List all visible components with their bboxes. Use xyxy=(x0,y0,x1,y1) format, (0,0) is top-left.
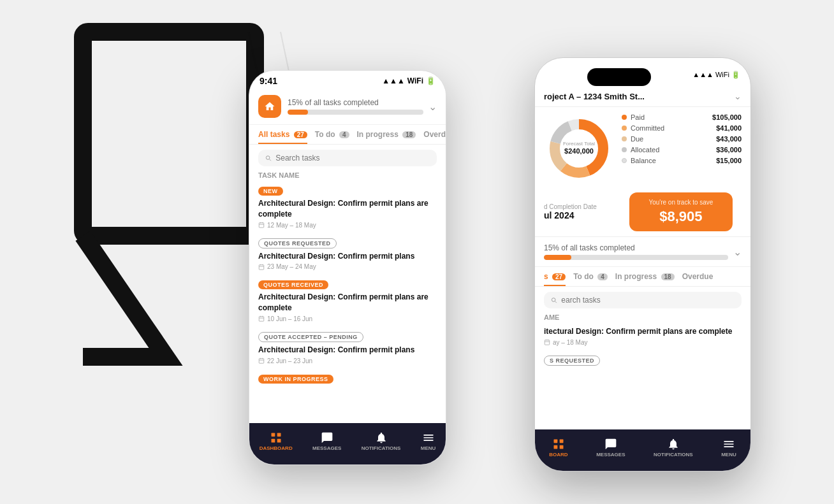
left-time: 9:41 xyxy=(260,76,277,86)
right-messages-icon xyxy=(604,438,617,450)
left-bottom-nav: Dashboard Messages Notifications Menu xyxy=(249,423,446,464)
menu-icon xyxy=(422,431,435,444)
committed-value: $41,000 xyxy=(716,124,742,132)
right-chevron-down-icon[interactable]: ⌄ xyxy=(733,246,742,258)
svg-rect-35 xyxy=(560,445,564,449)
task-date-3: 10 Jun – 16 Jun xyxy=(258,315,437,322)
right-nav-messages[interactable]: Messages xyxy=(596,438,625,457)
task-card-2: QUOTES REQUESTED Architectural Design: C… xyxy=(258,236,437,271)
task-list: TASK NAME NEW Architectural Design: Conf… xyxy=(249,171,446,386)
task-tag-quotes-received: QUOTES RECEIVED xyxy=(258,280,328,289)
search-bar[interactable] xyxy=(258,150,437,166)
project-chevron-icon[interactable]: ⌄ xyxy=(734,91,742,101)
task-name-header: TASK NAME xyxy=(258,171,437,179)
task-title-2: Architectural Design: Confirm permit pla… xyxy=(258,251,437,262)
tab-all-tasks[interactable]: All tasks 27 xyxy=(258,130,307,144)
tab-in-progress[interactable]: In progress 18 xyxy=(357,130,416,144)
balance-value: $15,000 xyxy=(716,157,742,164)
completion-date-value: ul 2024 xyxy=(544,210,615,220)
right-menu-icon xyxy=(722,438,735,450)
right-inprogress-badge: 18 xyxy=(661,273,675,280)
tab-overdue[interactable]: Overdue xyxy=(423,130,446,144)
right-tab-todo[interactable]: To do 4 xyxy=(573,272,608,286)
right-nav-notifications[interactable]: Notifications xyxy=(654,438,693,457)
svg-rect-32 xyxy=(553,440,557,443)
svg-rect-19 xyxy=(271,433,275,437)
left-status-bar: 9:41 ▲▲▲ WiFi 🔋 xyxy=(249,71,446,89)
task-title-3: Architectural Design: Confirm permit pla… xyxy=(258,292,437,313)
progress-track xyxy=(288,110,423,115)
messages-icon xyxy=(321,431,333,444)
task-card-5: WORK IN PROGRESS xyxy=(258,372,437,386)
budget-section: Forecast Total $240,000 Paid $105,000 Co… xyxy=(535,107,750,192)
calendar-icon-2 xyxy=(258,264,265,270)
task-date-2: 23 May – 24 May xyxy=(258,263,437,270)
right-nav-notifications-label: Notifications xyxy=(654,452,693,457)
nav-notifications[interactable]: Notifications xyxy=(362,431,401,451)
progress-label: 15% of all tasks completed xyxy=(288,98,423,107)
home-icon xyxy=(258,95,281,118)
balance-label: Balance xyxy=(631,157,712,164)
nav-dashboard[interactable]: Dashboard xyxy=(260,431,293,451)
left-signal-icons: ▲▲▲ WiFi 🔋 xyxy=(382,76,435,85)
right-tab-overdue[interactable]: Overdue xyxy=(682,272,713,286)
tab-todo[interactable]: To do 4 xyxy=(315,130,349,144)
task-card-1: NEW Architectural Design: Confirm permit… xyxy=(258,184,437,229)
chevron-down-icon[interactable]: ⌄ xyxy=(428,101,437,113)
right-tab-all[interactable]: s 27 xyxy=(544,272,566,286)
nav-notifications-label: Notifications xyxy=(362,445,401,451)
committed-label: Committed xyxy=(631,124,712,132)
progress-area: 15% of all tasks completed xyxy=(288,98,423,115)
due-value: $43,000 xyxy=(716,135,742,143)
right-task-name-header: AME xyxy=(544,313,742,321)
right-nav-menu-label: Menu xyxy=(721,452,736,457)
right-notifications-icon xyxy=(667,438,680,450)
right-nav-dashboard[interactable]: Board xyxy=(549,438,567,457)
calendar-icon-4 xyxy=(258,357,265,364)
committed-dot xyxy=(622,126,627,131)
nav-menu-label: Menu xyxy=(421,445,436,451)
allocated-dot xyxy=(622,147,627,152)
right-task-title-1: itectural Design: Confirm permit plans a… xyxy=(544,326,742,337)
task-date-1: 12 May – 18 May xyxy=(258,222,437,229)
left-phone: 9:41 ▲▲▲ WiFi 🔋 15% of all tasks complet… xyxy=(249,70,446,465)
search-input[interactable] xyxy=(275,154,430,162)
tabs-bar: All tasks 27 To do 4 In progress 18 Over… xyxy=(249,125,446,145)
budget-legend: Paid $105,000 Committed $41,000 Due $43,… xyxy=(622,113,742,186)
nav-messages[interactable]: Messages xyxy=(312,431,341,451)
right-search-input[interactable] xyxy=(561,296,735,305)
calendar-icon xyxy=(258,222,265,228)
notifications-icon xyxy=(375,431,388,444)
forecast-amount: $240,000 xyxy=(564,147,594,155)
right-nav-menu[interactable]: Menu xyxy=(721,438,736,457)
right-dashboard-icon xyxy=(552,438,565,450)
task-tag-quotes-requested: QUOTES REQUESTED xyxy=(258,238,337,248)
task-title-4: Architectural Design: Confirm permit pla… xyxy=(258,345,437,356)
save-badge-amount: $8,905 xyxy=(638,208,724,225)
signal-icon: ▲▲▲ xyxy=(382,76,405,85)
nav-menu[interactable]: Menu xyxy=(421,431,436,451)
svg-rect-33 xyxy=(560,440,564,443)
legend-balance: Balance $15,000 xyxy=(622,157,742,164)
right-progress-fill xyxy=(544,255,571,260)
completion-date-section: d Completion Date ul 2024 xyxy=(544,203,615,220)
save-badge: You're on track to save $8,905 xyxy=(629,192,733,231)
todo-badge: 4 xyxy=(339,131,349,138)
task-tag-quote-accepted: QUOTE ACCEPTED – PENDING xyxy=(258,332,363,342)
right-tab-inprogress[interactable]: In progress 18 xyxy=(615,272,675,286)
due-dot xyxy=(622,136,627,141)
right-bottom-nav: Board Messages Notifications Menu xyxy=(535,429,750,471)
nav-dashboard-label: Dashboard xyxy=(260,445,293,451)
right-progress-label: 15% of all tasks completed xyxy=(544,243,728,252)
svg-rect-20 xyxy=(277,433,281,437)
svg-rect-34 xyxy=(553,445,557,449)
right-search-bar[interactable] xyxy=(544,292,742,308)
due-label: Due xyxy=(631,135,712,143)
search-icon xyxy=(265,154,272,162)
dashboard-icon xyxy=(270,431,282,444)
svg-rect-22 xyxy=(277,439,281,443)
svg-rect-21 xyxy=(271,439,275,443)
right-task-card-1: itectural Design: Confirm permit plans a… xyxy=(544,326,742,346)
task-card-3: QUOTES RECEIVED Architectural Design: Co… xyxy=(258,278,437,322)
svg-rect-7 xyxy=(259,265,264,270)
